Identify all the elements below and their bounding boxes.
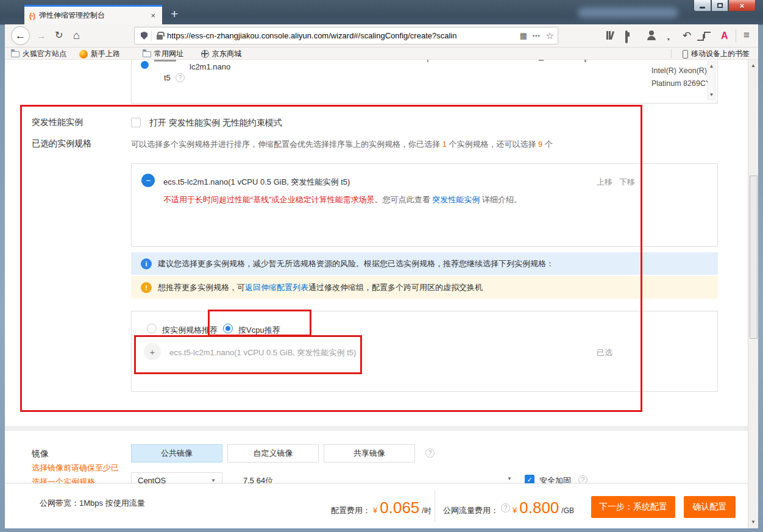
burst-checkbox-label: 打开 突发性能实例 无性能约束模式 bbox=[149, 118, 282, 129]
browser-tab[interactable]: (-) 弹性伸缩管理控制台 × bbox=[24, 5, 162, 24]
chevron-down-icon[interactable]: ▼ bbox=[507, 476, 512, 481]
tab-public-image[interactable]: 公共镜像 bbox=[131, 444, 222, 463]
add-instance-button[interactable]: + bbox=[144, 343, 161, 360]
minimize-button[interactable] bbox=[694, 0, 711, 12]
section-divider bbox=[5, 426, 748, 431]
radio-by-vcpu[interactable] bbox=[223, 324, 233, 333]
close-button[interactable]: × bbox=[728, 0, 756, 12]
scrollbar-thumb[interactable] bbox=[750, 176, 758, 339]
back-to-config-list-link[interactable]: 返回伸缩配置列表 bbox=[245, 283, 308, 292]
home-button[interactable]: ⌂ bbox=[73, 30, 80, 41]
selected-instance-box: − ecs.t5-lc2m1.nano(1 vCPU 0.5 GiB, 突发性能… bbox=[131, 163, 718, 247]
radio-by-spec-label[interactable]: 按实例规格推荐 bbox=[162, 325, 218, 336]
instance-spec-table: lc2m1.nano t5 ? Intel(R) Xeon(R) Platinu… bbox=[131, 60, 718, 104]
tracking-protection-shield-icon[interactable] bbox=[141, 32, 147, 40]
remove-instance-button[interactable]: − bbox=[141, 174, 155, 187]
traffic-fee: 公网流量费用： ? ¥ 0.800 /GB bbox=[443, 498, 574, 517]
back-icon: ← bbox=[15, 30, 26, 42]
bookmark-jd[interactable]: 京东商城 bbox=[201, 49, 241, 59]
config-fee-label: 配置费用： bbox=[331, 505, 371, 516]
instance-warning-line: 不适用于长时间超过性能“基线”或企业稳定计算性能需求场景。您可点此查看 突发性能… bbox=[163, 194, 522, 205]
mobile-bookmarks[interactable]: 移动设备上的书签 bbox=[683, 49, 750, 59]
help-icon[interactable]: ? bbox=[268, 118, 277, 127]
sidebar-icon[interactable] bbox=[625, 30, 628, 43]
bookmark-label: 京东商城 bbox=[212, 49, 241, 59]
urlbar-divider bbox=[151, 30, 152, 41]
bookmark-getting-started[interactable]: 新手上路 bbox=[79, 49, 120, 59]
move-down-button[interactable]: 下移 bbox=[619, 177, 635, 188]
minimize-icon bbox=[700, 7, 705, 9]
warning-red-text: 不适用于长时间超过性能“基线”或企业稳定计算性能需求场景。 bbox=[163, 195, 383, 204]
help-icon[interactable]: ? bbox=[501, 503, 510, 512]
clipped-text-fragment bbox=[154, 60, 176, 62]
warning-pre-text: 想推荐更多实例规格，可 bbox=[158, 283, 245, 292]
selected-count: 1 bbox=[442, 140, 447, 149]
refresh-button[interactable]: ↻ bbox=[55, 30, 63, 40]
forward-button[interactable]: → bbox=[37, 31, 46, 41]
scroll-down-icon[interactable]: ▼ bbox=[708, 91, 715, 99]
window-controls: × bbox=[694, 0, 756, 12]
selected-specs-desc: 可以选择多个实例规格并进行排序，伸缩配置会优先选择排序靠上的实例规格，你已选择 … bbox=[131, 139, 553, 150]
menu-icon[interactable]: ≡ bbox=[743, 29, 750, 41]
bookmark-firefox-official[interactable]: 火狐官方站点 bbox=[11, 49, 66, 59]
table-scrollbar[interactable]: ▲ ▼ bbox=[708, 61, 715, 100]
url-text[interactable]: https://ess-cn-zhangjiakou.console.aliyu… bbox=[167, 31, 514, 40]
radio-by-vcpu-label[interactable]: 按Vcpu推荐 bbox=[238, 325, 280, 336]
page-actions-icon[interactable]: ••• bbox=[533, 33, 540, 39]
warning-icon: ! bbox=[141, 282, 152, 293]
warning-gray-text: 您可点此查看 bbox=[383, 195, 433, 204]
bookmark-common-sites[interactable]: 常用网址 bbox=[143, 49, 183, 59]
row-family: t5 bbox=[164, 73, 171, 82]
tab-label: 公共镜像 bbox=[161, 448, 193, 459]
row-selected-radio[interactable] bbox=[141, 61, 149, 69]
warning-gray-text: 详细介绍。 bbox=[480, 195, 522, 204]
burst-detail-link[interactable]: 突发性能实例 bbox=[432, 195, 480, 204]
config-fee-value: 0.065 bbox=[380, 498, 419, 517]
next-step-button[interactable]: 下一步：系统配置 bbox=[591, 496, 675, 518]
back-button[interactable]: ← bbox=[11, 26, 30, 45]
help-icon[interactable]: ? bbox=[176, 73, 185, 82]
selected-specs-label: 已选的实例规格 bbox=[32, 138, 91, 149]
send-tab-icon[interactable]: ↶ bbox=[683, 29, 691, 42]
tab-title: 弹性伸缩管理控制台 bbox=[39, 10, 149, 21]
selected-instance-name: ecs.t5-lc2m1.nano(1 vCPU 0.5 GiB, 突发性能实例… bbox=[163, 177, 350, 188]
bookmarks-bar: 火狐官方站点 新手上路 常用网址 京东商城 移动设备上的书签 bbox=[5, 48, 758, 60]
tab-shared-image[interactable]: 共享镜像 bbox=[324, 444, 415, 463]
title-bar: (-) 弹性伸缩管理控制台 × + × bbox=[0, 0, 763, 24]
maximize-button[interactable] bbox=[711, 0, 728, 12]
url-bar[interactable]: https://ess-cn-zhangjiakou.console.aliyu… bbox=[134, 27, 558, 44]
clipped-text-fragment bbox=[427, 60, 428, 62]
config-fee-unit: /时 bbox=[422, 506, 431, 516]
confirm-config-button[interactable]: 确认配置 bbox=[684, 496, 736, 518]
move-up-button[interactable]: 上移 bbox=[597, 177, 612, 188]
maximize-icon bbox=[717, 3, 723, 8]
firefox-icon bbox=[79, 50, 88, 59]
image-section-label: 镜像 bbox=[32, 449, 49, 459]
image-note-line1: 选择镜像前请确保至少已 bbox=[32, 463, 119, 473]
page-scrollbar[interactable]: ▲ ▼ bbox=[748, 60, 758, 528]
scroll-down-icon[interactable]: ▼ bbox=[748, 517, 758, 527]
bookmarks-separator bbox=[671, 49, 672, 58]
tab-close-icon[interactable]: × bbox=[149, 11, 157, 20]
traffic-fee-unit: /GB bbox=[561, 506, 574, 515]
extension-a-icon[interactable]: A bbox=[721, 31, 728, 41]
help-icon[interactable]: ? bbox=[425, 449, 435, 458]
traffic-fee-value: 0.800 bbox=[519, 498, 559, 517]
tab-custom-image[interactable]: 自定义镜像 bbox=[227, 444, 319, 463]
mobile-bookmarks-label: 移动设备上的书签 bbox=[691, 49, 750, 59]
ess-favicon-icon: (-) bbox=[29, 12, 35, 20]
bookmark-star-icon[interactable]: ☆ bbox=[546, 30, 554, 41]
qr-page-action-icon[interactable]: ▦ bbox=[520, 31, 527, 40]
scroll-up-icon[interactable]: ▲ bbox=[708, 62, 715, 71]
lock-icon[interactable] bbox=[157, 35, 163, 40]
info-banner-text: 建议您选择更多实例规格，减少暂无所选规格资源的风险。根据您已选实例规格，推荐您继… bbox=[158, 258, 554, 269]
scroll-up-icon[interactable]: ▲ bbox=[748, 61, 758, 71]
folder-icon bbox=[11, 51, 20, 57]
new-tab-button[interactable]: + bbox=[171, 7, 178, 20]
folder-icon bbox=[143, 51, 151, 57]
burst-mode-checkbox[interactable] bbox=[131, 118, 141, 127]
browser-window: (-) 弹性伸缩管理控制台 × + × ← → ↻ ⌂ https://ess-… bbox=[0, 0, 763, 532]
toolbar-separator bbox=[736, 29, 736, 42]
traffic-fee-label: 公网流量费用： bbox=[443, 505, 499, 516]
radio-by-spec[interactable] bbox=[147, 324, 157, 333]
